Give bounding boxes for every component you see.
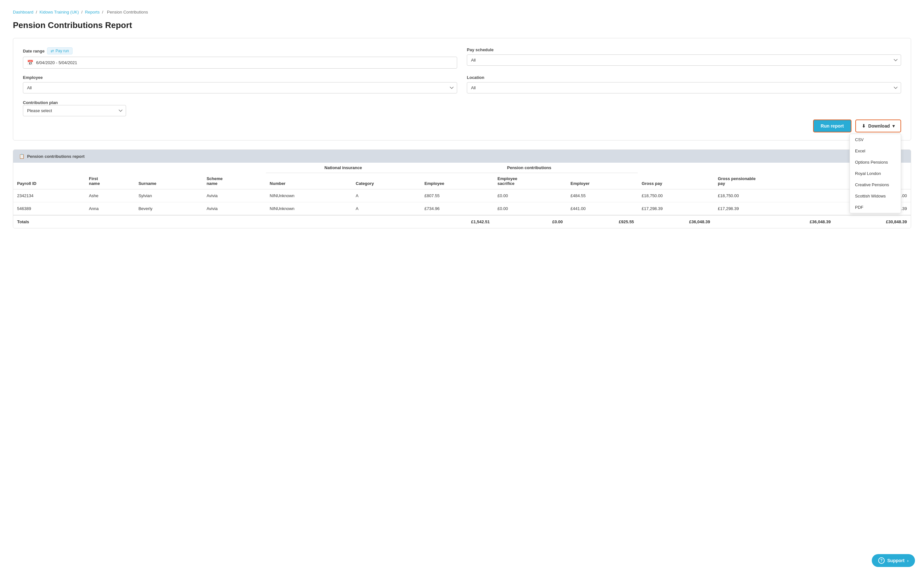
col-pc-employee-sacrifice: Employeesacrifice: [494, 173, 567, 189]
cell-scheme-name: Avivia: [203, 189, 266, 202]
col-gross-pay: Gross pay: [638, 163, 714, 189]
cell-employee-sacrifice: £0.00: [494, 202, 567, 216]
download-chevron-icon: ▾: [892, 123, 895, 128]
col-gross-pensionable-pay: Gross pensionablepay: [714, 163, 835, 189]
cell-gross-pay: £17,298.39: [638, 202, 714, 216]
cell-ni-number: NINUnknown: [266, 202, 352, 216]
employee-group: Employee All: [23, 75, 457, 93]
pay-schedule-group: Pay schedule All: [467, 47, 901, 66]
filter-panel: Date range ⇄ Pay run 📅 6/04/2020 - 5/04/…: [13, 38, 911, 141]
pay-schedule-label: Pay schedule: [467, 47, 901, 52]
download-dropdown: CSV Excel Options Pensions Royal London …: [850, 134, 901, 213]
run-report-button[interactable]: Run report: [813, 120, 852, 133]
cell-employee: £734.96: [420, 202, 494, 216]
cell-first-name: Anna: [85, 202, 135, 216]
pay-schedule-select[interactable]: All: [467, 54, 901, 66]
location-group: Location All: [467, 75, 901, 93]
table-header-bar: 📋 Pension contributions report: [13, 150, 911, 163]
filter-row-1: Date range ⇄ Pay run 📅 6/04/2020 - 5/04/…: [23, 47, 901, 69]
totals-employer: £925.55: [567, 215, 638, 228]
download-button[interactable]: ⬇ Download ▾: [855, 120, 901, 133]
totals-employee: £1,542.51: [420, 215, 494, 228]
chevron-right-icon: ›: [907, 558, 908, 563]
cell-surname: Beverly: [135, 202, 202, 216]
dropdown-scottish-widows[interactable]: Scottish Widows: [850, 190, 901, 202]
totals-gross-pay: £36,048.39: [638, 215, 714, 228]
question-circle-icon: ?: [878, 557, 885, 564]
cell-employer: £484.55: [567, 189, 638, 202]
breadcrumb: Dashboard / Kidows Training (UK) / Repor…: [13, 10, 911, 14]
location-label: Location: [467, 75, 901, 80]
support-label: Support: [887, 558, 905, 563]
date-range-header: Date range ⇄ Pay run: [23, 47, 457, 54]
col-pc-employee: Employee: [420, 173, 494, 189]
actions-row: Run report ⬇ Download ▾ CSV Excel Option…: [23, 120, 901, 133]
col-group-pension-contributions: Pension contributions: [420, 163, 638, 173]
contribution-plan-select[interactable]: Please select: [23, 105, 126, 116]
download-icon: ⬇: [862, 123, 866, 128]
table-icon: 📋: [19, 154, 24, 159]
totals-label: Totals: [13, 215, 420, 228]
employee-label: Employee: [23, 75, 457, 80]
col-ni-category: Category: [352, 173, 420, 189]
page-title: Pension Contributions Report: [13, 20, 911, 30]
col-first-name: Firstname: [85, 163, 135, 189]
cell-gross-pensionable-pay: £17,298.39: [714, 202, 835, 216]
cell-employee-sacrifice: £0.00: [494, 189, 567, 202]
filter-row-2: Employee All Location All: [23, 75, 901, 93]
col-group-national-insurance: National insurance: [266, 163, 421, 173]
support-button[interactable]: ? Support ›: [872, 554, 915, 567]
totals-row: Totals £1,542.51 £0.00 £925.55 £36,048.3…: [13, 215, 911, 228]
cell-gross-pensionable-pay: £18,750.00: [714, 189, 835, 202]
cell-gross-pay: £18,750.00: [638, 189, 714, 202]
pay-run-icon: ⇄: [51, 49, 54, 53]
col-ni-number: Number: [266, 173, 352, 189]
cell-ni-category: A: [352, 202, 420, 216]
report-table: Payroll ID Firstname Surname Schemename …: [13, 163, 911, 228]
date-value: 6/04/2020 - 5/04/2021: [36, 60, 77, 65]
col-payroll-id: Payroll ID: [13, 163, 85, 189]
dropdown-options-pensions[interactable]: Options Pensions: [850, 157, 901, 168]
breadcrumb-reports[interactable]: Reports: [85, 10, 99, 14]
page-wrapper: Dashboard / Kidows Training (UK) / Repor…: [0, 0, 924, 576]
cell-employee: £807.55: [420, 189, 494, 202]
cell-payroll-id: 546389: [13, 202, 85, 216]
table-section: 📋 Pension contributions report Payroll I…: [13, 149, 911, 229]
breadcrumb-current: Pension Contributions: [107, 10, 148, 14]
location-select[interactable]: All: [467, 82, 901, 93]
totals-employee-sacrifice: £0.00: [494, 215, 567, 228]
col-scheme-name: Schemename: [203, 163, 266, 189]
calendar-icon: 📅: [27, 59, 34, 66]
breadcrumb-dashboard[interactable]: Dashboard: [13, 10, 34, 14]
totals-gross-pensionable-pay: £36,048.39: [714, 215, 835, 228]
download-label: Download: [868, 123, 890, 128]
dropdown-excel[interactable]: Excel: [850, 145, 901, 157]
pay-run-label: Pay run: [55, 49, 69, 53]
table-row: 546389 Anna Beverly Avivia NINUnknown A …: [13, 202, 911, 216]
dropdown-royal-london[interactable]: Royal London: [850, 168, 901, 179]
contribution-plan-label: Contribution plan: [23, 100, 58, 105]
breadcrumb-company[interactable]: Kidows Training (UK): [39, 10, 79, 14]
pay-run-toggle[interactable]: ⇄ Pay run: [47, 47, 72, 54]
cell-surname: Sylvian: [135, 189, 202, 202]
cell-ni-category: A: [352, 189, 420, 202]
date-input-wrapper[interactable]: 📅 6/04/2020 - 5/04/2021: [23, 57, 457, 69]
dropdown-pdf[interactable]: PDF: [850, 202, 901, 213]
date-range-group: Date range ⇄ Pay run 📅 6/04/2020 - 5/04/…: [23, 47, 457, 69]
cell-employer: £441.00: [567, 202, 638, 216]
cell-payroll-id: 2342134: [13, 189, 85, 202]
cell-first-name: Ashe: [85, 189, 135, 202]
cell-scheme-name: Avivia: [203, 202, 266, 216]
cell-ni-number: NINUnknown: [266, 189, 352, 202]
dropdown-csv[interactable]: CSV: [850, 134, 901, 145]
dropdown-creative-pensions[interactable]: Creative Pensions: [850, 179, 901, 190]
totals-extra: £30,848.39: [835, 215, 911, 228]
date-range-label: Date range: [23, 49, 45, 53]
col-surname: Surname: [135, 163, 202, 189]
table-title: Pension contributions report: [27, 154, 85, 159]
col-pc-employer: Employer: [567, 173, 638, 189]
employee-select[interactable]: All: [23, 82, 457, 93]
table-row: 2342134 Ashe Sylvian Avivia NINUnknown A…: [13, 189, 911, 202]
contribution-plan-group: Contribution plan Please select: [23, 100, 901, 116]
